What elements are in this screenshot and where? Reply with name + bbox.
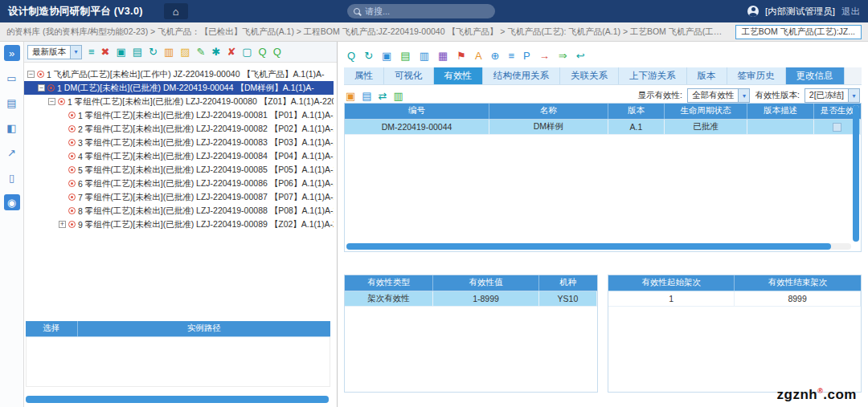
- tree-expander[interactable]: −: [27, 71, 35, 78]
- search-input[interactable]: [365, 6, 469, 16]
- tree-node[interactable]: 6零组件(工艺)[未检出](已批准) LZJ-220419-00086 【P06…: [24, 177, 334, 190]
- tab-关联关系[interactable]: 关联关系: [560, 67, 619, 84]
- version-select[interactable]: 最新版本 ▾: [27, 45, 82, 59]
- hierarchy-icon[interactable]: ≡: [508, 51, 514, 61]
- tree-node[interactable]: −1DM(工艺)[未检出](已批准) DM-220419-00044 【DM样例…: [24, 81, 334, 95]
- tab-更改信息[interactable]: 更改信息: [786, 67, 845, 84]
- scrollbar-thumb[interactable]: [346, 243, 831, 250]
- scrollbar-thumb[interactable]: [26, 396, 329, 403]
- expand-sidebar-icon[interactable]: »: [4, 45, 20, 61]
- structure-panel: 最新版本 ▾ ≡✖▣▤↻▥▨✎✱✘▢QQ −1飞机产品(工艺)[未检出](工作中…: [24, 42, 338, 407]
- zoom-in-icon[interactable]: Q: [259, 47, 267, 57]
- team-icon[interactable]: ◉: [4, 194, 20, 210]
- swap-icon[interactable]: ⇄: [379, 91, 387, 101]
- tree-node[interactable]: 2零组件(工艺)[未检出](已批准) LZJ-220419-00082 【P02…: [24, 122, 334, 136]
- table-row[interactable]: 架次有效性1-8999YS10: [345, 291, 597, 306]
- tree-node[interactable]: 7零组件(工艺)[未检出](已批准) LZJ-220419-00087 【P07…: [24, 190, 334, 204]
- tree-node[interactable]: +9零组件(工艺)[未检出](已批准) LZJ-220419-00089 【Z0…: [24, 218, 334, 231]
- copy-icon[interactable]: ▣: [382, 51, 391, 61]
- search-icon[interactable]: Q: [347, 51, 355, 61]
- scrollbar-thumb[interactable]: [853, 105, 859, 242]
- user-avatar-icon[interactable]: [747, 6, 759, 17]
- tab-结构使用关系[interactable]: 结构使用关系: [483, 67, 560, 84]
- list-icon[interactable]: ▥: [394, 91, 403, 101]
- edit-icon[interactable]: ✎: [197, 47, 206, 57]
- node-number: 1: [78, 111, 83, 120]
- tree-node[interactable]: 4零组件(工艺)[未检出](已批准) LZJ-220419-00084 【P04…: [24, 149, 334, 163]
- horizontal-scrollbar[interactable]: [26, 396, 329, 403]
- process-icon[interactable]: P: [523, 51, 530, 61]
- undo-icon[interactable]: ↩: [576, 51, 585, 61]
- tree-node[interactable]: 5零组件(工艺)[未检出](已批准) LZJ-220419-00085 【P05…: [24, 163, 334, 177]
- paste-icon[interactable]: ▤: [400, 51, 410, 61]
- tab-有效性[interactable]: 有效性: [434, 67, 484, 84]
- effectivity-version-select[interactable]: 2[已冻结] ▾: [805, 88, 860, 103]
- workspace-icon[interactable]: ▯: [4, 169, 20, 185]
- column-header[interactable]: 选择: [26, 321, 77, 336]
- home-icon[interactable]: ⌂: [164, 3, 188, 19]
- refresh-icon[interactable]: ↻: [149, 47, 158, 57]
- bookmark-icon[interactable]: ▦: [438, 51, 448, 61]
- folder-icon[interactable]: ▨: [180, 47, 190, 57]
- column-header[interactable]: 机种: [538, 275, 596, 291]
- document-icon[interactable]: ▥: [420, 51, 429, 61]
- column-header[interactable]: 有效性类型: [345, 275, 433, 291]
- global-search[interactable]: [347, 4, 495, 18]
- flask-icon[interactable]: A: [475, 51, 482, 61]
- vertical-scrollbar[interactable]: [853, 105, 859, 242]
- tab-属性[interactable]: 属性: [344, 67, 384, 84]
- tree-node[interactable]: −1零组件(工艺)[未检出](已批准) LZJ-220419-00080 【Z0…: [24, 95, 334, 108]
- save-icon[interactable]: ▣: [346, 91, 355, 101]
- instance-table-body: [26, 337, 330, 387]
- clipboard-icon[interactable]: ▥: [164, 47, 174, 57]
- select-area-icon[interactable]: ▢: [242, 47, 252, 57]
- node-label: 零组件(工艺)[未检出](已批准) LZJ-220419-00087 【P07】…: [85, 192, 334, 203]
- tree-expander[interactable]: +: [59, 221, 66, 228]
- share-icon[interactable]: ↗: [4, 144, 20, 161]
- library-icon[interactable]: ▤: [4, 95, 20, 111]
- save-icon[interactable]: ▣: [117, 47, 126, 57]
- column-header[interactable]: 版本: [608, 104, 665, 119]
- effective-checkbox[interactable]: [833, 123, 841, 132]
- tree-node[interactable]: 1零组件(工艺)[未检出](已批准) LZJ-220419-00081 【P01…: [24, 108, 334, 122]
- forward-icon[interactable]: →: [539, 51, 550, 61]
- part-icon: [37, 71, 44, 78]
- column-header[interactable]: 有效性结束架次: [735, 275, 861, 291]
- tree-node[interactable]: 8零组件(工艺)[未检出](已批准) LZJ-220419-00088 【P08…: [24, 204, 334, 218]
- molecule-icon[interactable]: ⊕: [491, 51, 500, 61]
- copy-icon[interactable]: ▤: [133, 47, 142, 57]
- export-icon[interactable]: ⇒: [559, 51, 567, 61]
- package-icon[interactable]: ◧: [4, 120, 20, 136]
- column-header[interactable]: 有效性起始架次: [608, 275, 735, 291]
- column-header[interactable]: 生命周期状态: [665, 104, 747, 119]
- column-header[interactable]: 有效性值: [433, 275, 539, 291]
- export-icon[interactable]: ▤: [362, 91, 371, 101]
- settings-icon[interactable]: ✱: [212, 47, 221, 57]
- logout-link[interactable]: 退出: [841, 6, 860, 18]
- show-effectivity-select[interactable]: 全部有效性 ▾: [687, 88, 751, 103]
- flag-icon[interactable]: ⚑: [457, 51, 466, 61]
- tab-上下游关系[interactable]: 上下游关系: [619, 67, 687, 84]
- breadcrumb: 的资料库 (我的资料库/构型功能02-23) > 飞机产品：【已检出】飞机产品(…: [6, 26, 729, 38]
- tab-版本[interactable]: 版本: [687, 67, 727, 84]
- table-row[interactable]: 18999: [608, 291, 861, 306]
- horizontal-scrollbar[interactable]: [346, 243, 851, 250]
- tree-view-icon[interactable]: ≡: [88, 47, 95, 57]
- delete-icon[interactable]: ✖: [101, 47, 110, 57]
- tree-node[interactable]: −1飞机产品(工艺)[未检出](工作中) JZ-220419-00040 【飞机…: [24, 67, 334, 81]
- column-header[interactable]: 实例路径: [77, 321, 330, 336]
- tree-node[interactable]: 3零组件(工艺)[未检出](已批准) LZJ-220419-00083 【P03…: [24, 136, 334, 149]
- column-header[interactable]: 编号: [345, 104, 489, 119]
- remove-icon[interactable]: ✘: [227, 47, 235, 57]
- context-selector[interactable]: 工艺BOM 飞机产品(工艺):JZ...: [735, 25, 862, 39]
- table-row[interactable]: DM-220419-00044DM样例A.1已批准: [345, 119, 861, 134]
- tree-expander[interactable]: −: [48, 98, 55, 105]
- monitor-icon[interactable]: ▭: [4, 70, 20, 86]
- column-header[interactable]: 版本描述: [747, 104, 813, 119]
- column-header[interactable]: 名称: [489, 104, 608, 119]
- zoom-out-icon[interactable]: Q: [273, 47, 281, 57]
- tab-可视化[interactable]: 可视化: [384, 67, 434, 84]
- tab-签审历史[interactable]: 签审历史: [727, 67, 786, 84]
- tree-expander[interactable]: −: [38, 84, 45, 92]
- refresh-icon[interactable]: ↻: [364, 51, 373, 61]
